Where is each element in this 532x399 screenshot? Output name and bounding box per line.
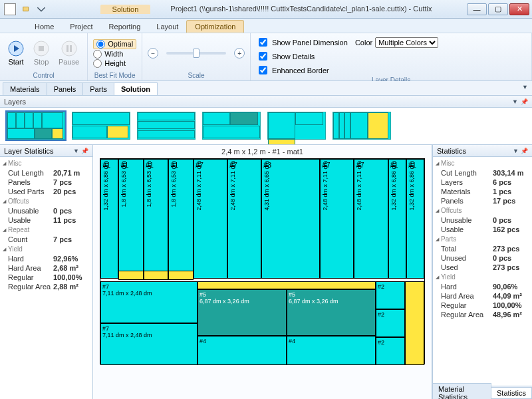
fitmode-optimal[interactable]: Optimal — [93, 39, 136, 49]
stop-label: Stop — [34, 58, 49, 66]
ribbon-tab-optimization[interactable]: Optimization — [186, 20, 244, 33]
cut-piece[interactable]: 1,32 dm x 6,86 dm#1 — [100, 159, 118, 279]
offcut-piece[interactable] — [405, 281, 424, 365]
stat-group[interactable]: Parts — [436, 234, 529, 244]
layer-thumb-2[interactable] — [72, 112, 130, 140]
layerstats-dropdown-icon[interactable]: ▼ — [73, 148, 79, 154]
stat-group[interactable]: Yield — [3, 244, 90, 254]
stat-row: Usable11 pcs — [3, 215, 90, 225]
tab-parts[interactable]: Parts — [82, 82, 114, 95]
layer-thumb-4[interactable] — [202, 112, 261, 140]
cut-piece[interactable]: 1,32 dm x 6,86 dm#1 — [388, 159, 406, 279]
svg-rect-2 — [39, 46, 44, 51]
show-details[interactable]: Show Details — [256, 50, 438, 63]
control-group-label: Control — [5, 72, 82, 80]
start-label: Start — [8, 58, 23, 66]
cut-piece[interactable]: 1,8 dm x 6,53 dm#1 — [144, 159, 168, 279]
ribbon: Start Stop Pause Control Optimal Width H… — [0, 33, 532, 81]
tab-statistics[interactable]: Statistics — [491, 387, 532, 399]
pause-button[interactable]: Pause — [56, 39, 82, 67]
stat-row: Cut Length303,14 m — [436, 168, 529, 178]
offcut-piece[interactable] — [168, 271, 193, 280]
main-area: Layer Statistics ▼📌 MiscCut Length20,71 … — [0, 145, 532, 399]
cut-piece[interactable]: #2 — [376, 337, 405, 365]
layers-dropdown-icon[interactable]: ▼ — [512, 98, 518, 105]
cut-piece[interactable]: #77,11 dm x 2,48 dm — [100, 323, 198, 365]
zoom-slider[interactable] — [166, 52, 226, 55]
cut-piece[interactable]: 2,48 dm x 7,11 dm#7 — [320, 159, 354, 279]
fitmode-width[interactable]: Width — [93, 50, 136, 59]
cut-piece[interactable]: 2,48 dm x 7,11 dm#7 — [194, 159, 227, 279]
cut-piece[interactable]: 2,48 dm x 7,11 dm#7 — [227, 159, 261, 279]
ribbon-tabs: Home Project Reporting Layout Optimizati… — [0, 19, 532, 33]
doc-tabs-dropdown-icon[interactable]: ▼ — [522, 84, 528, 90]
tab-materials[interactable]: Materials — [3, 82, 47, 95]
fitmode-width-radio[interactable] — [93, 50, 102, 59]
stat-group[interactable]: Repeat — [3, 225, 90, 235]
fitmode-optimal-radio[interactable] — [96, 40, 105, 49]
stats-dropdown-icon[interactable]: ▼ — [513, 148, 519, 154]
maximize-button[interactable]: ▢ — [488, 3, 508, 15]
sheet: 1,32 dm x 6,86 dm#11,8 dm x 6,53 dm#11,8… — [100, 158, 425, 364]
cut-piece[interactable]: 4,31 dm x 6,65 dm#3 — [261, 159, 321, 279]
layer-thumb-3[interactable] — [137, 112, 196, 140]
sheet-title: 2,4 m x 1,2 m - #1 - mat1 — [93, 145, 432, 158]
stat-group[interactable]: Offcuts — [3, 196, 90, 206]
stat-group[interactable]: Offcuts — [436, 205, 529, 215]
minimize-button[interactable]: — — [467, 3, 487, 15]
cut-piece[interactable]: 1,8 dm x 6,53 dm#1 — [168, 159, 193, 279]
layout-canvas[interactable]: 2,4 m x 1,2 m - #1 - mat1 1,32 dm x 6,86… — [93, 145, 432, 399]
layer-thumb-1[interactable] — [7, 112, 65, 140]
stat-group[interactable]: Misc — [436, 158, 529, 168]
zoom-slider-thumb[interactable] — [193, 49, 200, 58]
zoom-in-button[interactable]: + — [234, 48, 245, 59]
cut-piece[interactable]: 1,8 dm x 6,53 dm#1 — [118, 159, 143, 279]
color-select[interactable]: Multiple Colors — [375, 37, 438, 48]
tab-solution[interactable]: Solution — [114, 82, 158, 95]
svg-point-3 — [62, 41, 76, 56]
svg-rect-4 — [66, 45, 68, 52]
cut-piece[interactable]: #4 — [287, 336, 376, 365]
ribbon-tab-project[interactable]: Project — [62, 21, 100, 33]
ribbon-tab-home[interactable]: Home — [27, 21, 62, 33]
cut-piece[interactable]: #4 — [198, 336, 287, 365]
cut-piece[interactable]: #56,87 dm x 3,26 dm — [198, 289, 287, 336]
fitmode-height-radio[interactable] — [93, 59, 102, 68]
tab-material-statistics[interactable]: Material Statistics — [432, 383, 491, 400]
stats-pin-icon[interactable]: 📌 — [521, 148, 528, 154]
offcut-piece[interactable] — [118, 271, 143, 280]
qat-dropdown-icon[interactable] — [35, 3, 48, 16]
app-icon[interactable] — [4, 3, 16, 15]
stat-row: Cut Length20,71 m — [3, 168, 90, 178]
stat-row: Unusable0 pcs — [436, 215, 529, 225]
tab-panels[interactable]: Panels — [47, 82, 84, 95]
cut-piece[interactable]: #2 — [376, 309, 405, 337]
start-button[interactable]: Start — [5, 39, 27, 67]
offcut-piece[interactable] — [198, 281, 376, 289]
stat-row: Hard92,96% — [3, 254, 90, 263]
layer-thumb-5[interactable] — [267, 112, 326, 140]
layers-strip — [0, 108, 532, 145]
cut-piece[interactable]: #77,11 dm x 2,48 dm — [100, 281, 198, 323]
zoom-out-button[interactable]: − — [148, 48, 158, 59]
ribbon-tab-layout[interactable]: Layout — [148, 21, 186, 33]
ribbon-tab-reporting[interactable]: Reporting — [101, 21, 149, 33]
offcut-piece[interactable] — [144, 271, 168, 280]
qat-open-icon[interactable] — [20, 3, 33, 16]
stat-group[interactable]: Yield — [436, 272, 529, 282]
cut-piece[interactable]: 2,48 dm x 7,11 dm#7 — [354, 159, 388, 279]
layer-thumb-6[interactable] — [332, 112, 391, 140]
stat-group[interactable]: Misc — [3, 158, 90, 168]
layerstats-pin-icon[interactable]: 📌 — [81, 148, 88, 154]
cut-piece[interactable]: #2 — [376, 281, 405, 309]
close-button[interactable]: ✕ — [509, 3, 529, 15]
stop-button[interactable]: Stop — [31, 39, 52, 67]
fitmode-height[interactable]: Height — [93, 59, 136, 68]
cut-piece[interactable]: 1,32 dm x 6,86 dm#1 — [406, 159, 424, 279]
show-panel-dimension[interactable]: Show Panel Dimension Color Multiple Colo… — [256, 36, 438, 49]
layers-pin-icon[interactable]: 📌 — [521, 98, 528, 105]
enhanced-border[interactable]: Enhanced Border — [256, 64, 438, 76]
cut-piece[interactable]: #56,87 dm x 3,26 dm — [287, 289, 376, 336]
titlebar: Solution Project1 (\\gunsh-1\shared\!!!!… — [0, 0, 532, 19]
layer-stats-title: Layer Statistics — [4, 147, 54, 155]
